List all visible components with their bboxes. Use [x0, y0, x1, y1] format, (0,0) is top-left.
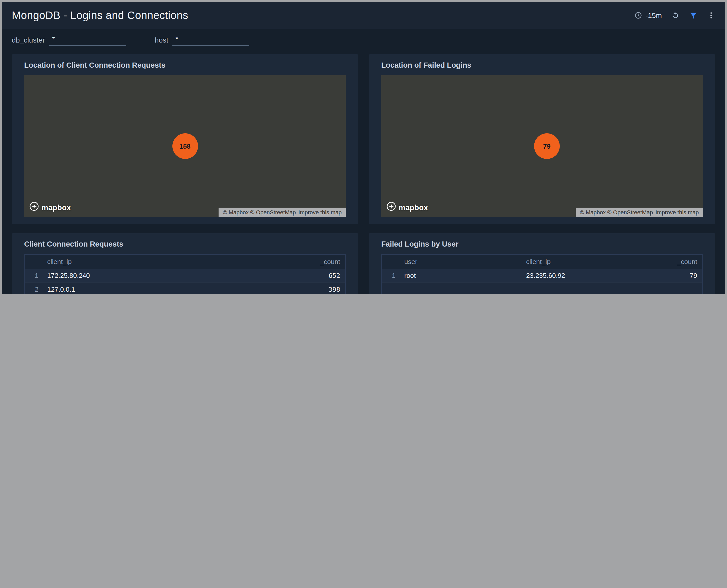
map-marker[interactable]: 79: [534, 133, 560, 159]
mapbox-logo[interactable]: mapbox: [29, 202, 71, 213]
dashboard-body: Location of Client Connection Requests 1…: [2, 51, 725, 294]
index-column-header: [382, 255, 399, 269]
attribution-text: © Mapbox © OpenStreetMap: [223, 209, 296, 215]
page-title: MongoDB - Logins and Connections: [12, 9, 188, 22]
time-range-control[interactable]: -15m: [634, 11, 662, 20]
time-range-label: -15m: [645, 11, 662, 20]
mapbox-logo-text: mapbox: [42, 203, 71, 211]
mapbox-logo-icon: [386, 202, 396, 213]
cell-_count: 398: [289, 282, 345, 294]
refresh-icon: [671, 11, 680, 20]
table-container: client_ip_count1172.25.80.2406522127.0.0…: [24, 254, 346, 294]
column-header-_count[interactable]: _count: [289, 255, 345, 269]
maps-row: Location of Client Connection Requests 1…: [12, 54, 715, 224]
map-canvas-failed-logins[interactable]: 79 mapbox © Mapbox © OpenStreetMap Impro…: [381, 75, 703, 217]
map-attribution: © Mapbox © OpenStreetMap Improve this ma…: [576, 208, 703, 217]
header-controls: -15m: [634, 11, 715, 20]
map-canvas-connections[interactable]: 158 mapbox © Mapbox © OpenStreetMap Impr…: [24, 75, 346, 217]
filter-db-cluster: db_cluster *: [12, 35, 126, 45]
map-marker[interactable]: 158: [172, 133, 198, 159]
filter-host: host *: [155, 35, 249, 45]
cell-user: root: [399, 269, 521, 282]
column-header-client_ip[interactable]: client_ip: [521, 255, 646, 269]
panel-failed-logins-by-user: Failed Logins by User userclient_ip_coun…: [369, 233, 715, 294]
improve-map-link[interactable]: Improve this map: [655, 209, 699, 215]
cell-_count: 652: [289, 269, 345, 282]
cell-_count: 79: [646, 269, 702, 282]
filter-host-input[interactable]: *: [173, 35, 249, 45]
filter-db-cluster-label: db_cluster: [12, 36, 45, 45]
clock-icon: [634, 11, 642, 20]
panel-menu-button[interactable]: [707, 11, 715, 20]
panel-title: Failed Logins by User: [381, 239, 703, 249]
attribution-text: © Mapbox © OpenStreetMap: [580, 209, 653, 215]
client-connections-table: client_ip_count1172.25.80.2406522127.0.0…: [25, 255, 345, 294]
column-header-client_ip[interactable]: client_ip: [42, 255, 289, 269]
mapbox-logo-icon: [29, 202, 39, 213]
index-column-header: [25, 255, 42, 269]
table-row[interactable]: 1root23.235.60.9279: [382, 269, 702, 282]
panel-title: Client Connection Requests: [24, 239, 346, 249]
row-index: 1: [382, 269, 399, 282]
kebab-menu-icon: [707, 11, 715, 20]
panel-connection-map: Location of Client Connection Requests 1…: [12, 54, 358, 224]
cell-client_ip: 127.0.0.1: [42, 282, 289, 294]
tables-row: Client Connection Requests client_ip_cou…: [12, 233, 715, 294]
cell-client_ip: 172.25.80.240: [42, 269, 289, 282]
filter-bar: db_cluster * host *: [2, 29, 725, 51]
cell-client_ip: 23.235.60.92: [521, 269, 646, 282]
table-container: userclient_ip_count1root23.235.60.9279: [381, 254, 703, 294]
table-row[interactable]: 1172.25.80.240652: [25, 269, 345, 282]
column-header-user[interactable]: user: [399, 255, 521, 269]
dashboard: MongoDB - Logins and Connections -15m: [0, 0, 727, 294]
panel-failed-logins-map: Location of Failed Logins 79 mapbox © Ma…: [369, 54, 715, 224]
filter-toggle-button[interactable]: [689, 11, 698, 20]
table-row[interactable]: 2127.0.0.1398: [25, 282, 345, 294]
refresh-button[interactable]: [671, 11, 680, 20]
map-attribution: © Mapbox © OpenStreetMap Improve this ma…: [219, 208, 346, 217]
filter-host-label: host: [155, 36, 168, 45]
filter-icon: [689, 11, 698, 20]
panel-title: Location of Failed Logins: [381, 61, 703, 70]
panel-client-connections: Client Connection Requests client_ip_cou…: [12, 233, 358, 294]
panel-title: Location of Client Connection Requests: [24, 61, 346, 70]
mapbox-logo[interactable]: mapbox: [386, 202, 428, 213]
column-header-_count[interactable]: _count: [646, 255, 702, 269]
mapbox-logo-text: mapbox: [399, 203, 428, 211]
failed-logins-by-user-table: userclient_ip_count1root23.235.60.9279: [382, 255, 702, 283]
filter-db-cluster-input[interactable]: *: [49, 35, 126, 45]
dashboard-header: MongoDB - Logins and Connections -15m: [2, 2, 725, 29]
row-index: 2: [25, 282, 42, 294]
row-index: 1: [25, 269, 42, 282]
improve-map-link[interactable]: Improve this map: [298, 209, 342, 215]
